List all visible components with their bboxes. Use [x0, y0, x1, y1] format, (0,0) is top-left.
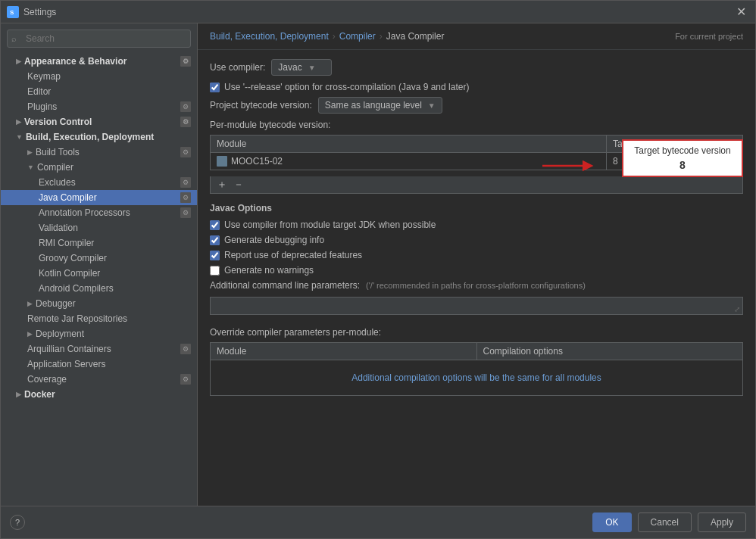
sidebar-item-application-servers[interactable]: Application Servers: [1, 357, 197, 372]
breadcrumb: Build, Execution, Deployment › Compiler …: [198, 23, 755, 50]
sidebar-item-label: RMI Compiler: [39, 238, 94, 248]
coverage-icon: ⚙: [180, 374, 191, 385]
chevron-right-icon: ▶: [16, 118, 21, 126]
project-bytecode-row: Project bytecode version: Same as langua…: [210, 97, 743, 114]
processor-icon: ⚙: [180, 207, 191, 218]
use-compiler-dropdown[interactable]: Javac ▼: [271, 59, 332, 76]
sidebar-item-groovy-compiler[interactable]: Groovy Compiler: [1, 251, 197, 266]
use-compiler-value: Javac: [278, 62, 301, 73]
release-option-label: Use '--release' option for cross-compila…: [224, 82, 469, 92]
sidebar-item-version-control[interactable]: ▶ Version Control ⚙: [1, 114, 197, 129]
option-use-compiler-label: Use compiler from module target JDK when…: [224, 220, 436, 230]
title-bar: S Settings ✕: [1, 1, 755, 23]
sidebar-item-appearance-behavior[interactable]: ▶ Appearance & Behavior ⚙: [1, 54, 197, 69]
remove-module-button[interactable]: －: [230, 178, 247, 192]
sidebar: ⌕ ▶ Appearance & Behavior ⚙ Keymap Edito…: [1, 23, 198, 506]
help-button[interactable]: ?: [10, 515, 25, 530]
sidebar-item-label: Build Tools: [36, 147, 80, 157]
additional-params-label: Additional command line parameters:: [210, 280, 360, 291]
plugin-icon: ⚙: [180, 101, 191, 112]
additional-params-hint: ('/' recommended in paths for cross-plat…: [366, 281, 586, 290]
sidebar-item-deployment[interactable]: ▶ Deployment: [1, 326, 197, 341]
option-use-compiler-checkbox[interactable]: [210, 220, 220, 230]
additional-params-input[interactable]: [210, 297, 743, 315]
option-no-warnings-row: Generate no warnings: [210, 265, 743, 276]
sidebar-item-label: Arquillian Containers: [27, 344, 111, 354]
sidebar-item-label: Application Servers: [27, 359, 105, 369]
sidebar-item-label: Coverage: [27, 374, 67, 385]
sidebar-item-label: Deployment: [36, 329, 84, 339]
breadcrumb-current: Java Compiler: [386, 31, 445, 42]
sidebar-item-rmi-compiler[interactable]: RMI Compiler: [1, 235, 197, 251]
sidebar-item-arquillian[interactable]: Arquillian Containers ⚙: [1, 341, 197, 357]
chevron-right-icon: ▶: [16, 58, 21, 65]
option-deprecated-checkbox[interactable]: [210, 251, 220, 260]
build-icon: ⚙: [180, 147, 191, 157]
sidebar-item-excludes[interactable]: Excludes ⚙: [1, 175, 197, 190]
settings-panel: Use compiler: Javac ▼ Use '--release' op…: [198, 50, 755, 506]
main-content: Build, Execution, Deployment › Compiler …: [198, 23, 755, 506]
override-header: Module Compilation options: [211, 343, 742, 360]
override-empty-text: Additional compilation options will be t…: [211, 360, 742, 395]
search-input[interactable]: [7, 30, 191, 48]
add-module-button[interactable]: ＋: [214, 178, 230, 192]
option-use-compiler-row: Use compiler from module target JDK when…: [210, 220, 743, 230]
sidebar-item-debugger[interactable]: ▶ Debugger: [1, 296, 197, 311]
breadcrumb-part-1[interactable]: Build, Execution, Deployment: [210, 31, 329, 42]
option-debug-checkbox[interactable]: [210, 235, 220, 245]
settings-dialog: S Settings ✕ ⌕ ▶ Appearance & Behavior ⚙…: [0, 0, 756, 539]
sidebar-item-compiler[interactable]: ▼ Compiler: [1, 160, 197, 175]
sidebar-item-android-compilers[interactable]: Android Compilers: [1, 281, 197, 296]
override-options-col: Compilation options: [477, 343, 743, 360]
sidebar-item-build-execution-deployment[interactable]: ▼ Build, Execution, Deployment: [1, 129, 197, 145]
sidebar-item-label: Java Compiler: [39, 192, 97, 203]
sidebar-item-label: Build, Execution, Deployment: [26, 132, 154, 142]
cancel-button[interactable]: Cancel: [638, 513, 692, 532]
sidebar-item-build-tools[interactable]: ▶ Build Tools ⚙: [1, 145, 197, 160]
breadcrumb-sep-2: ›: [380, 31, 383, 42]
sidebar-item-kotlin-compiler[interactable]: Kotlin Compiler: [1, 266, 197, 281]
chevron-right-icon: ▶: [27, 148, 33, 156]
override-module-col: Module: [211, 343, 477, 360]
sidebar-item-label: Debugger: [36, 298, 76, 309]
breadcrumb-part-2[interactable]: Compiler: [339, 31, 376, 42]
sidebar-item-remote-jar[interactable]: Remote Jar Repositories: [1, 311, 197, 326]
settings-icon: ⚙: [180, 56, 191, 67]
sidebar-item-annotation-processors[interactable]: Annotation Processors ⚙: [1, 205, 197, 220]
ok-button[interactable]: OK: [592, 513, 631, 532]
expand-icon[interactable]: ⤢: [734, 305, 740, 313]
sidebar-item-validation[interactable]: Validation: [1, 220, 197, 235]
release-option-checkbox[interactable]: [210, 83, 220, 92]
bytecode-version-select[interactable]: Same as language level ▼: [318, 97, 442, 114]
close-icon[interactable]: ✕: [733, 5, 749, 19]
sidebar-item-plugins[interactable]: Plugins ⚙: [1, 99, 197, 114]
project-bytecode-label: Project bytecode version:: [210, 100, 312, 111]
module-name: MOOC15-02: [231, 156, 283, 167]
sidebar-item-label: Remote Jar Repositories: [27, 313, 127, 324]
sidebar-item-docker[interactable]: ▶ Docker: [1, 387, 197, 402]
sidebar-item-label: Keymap: [27, 71, 61, 82]
tooltip-callout: Target bytecode version 8: [622, 139, 743, 177]
additional-params-row: Additional command line parameters: ('/'…: [210, 280, 743, 291]
search-box[interactable]: ⌕: [7, 30, 191, 48]
sidebar-item-java-compiler[interactable]: Java Compiler ⚙: [1, 190, 197, 205]
option-deprecated-row: Report use of deprecated features: [210, 250, 743, 260]
option-no-warnings-checkbox[interactable]: [210, 266, 220, 276]
dialog-title: Settings: [23, 7, 733, 17]
sidebar-item-label: Compiler: [37, 162, 73, 173]
release-option-row: Use '--release' option for cross-compila…: [210, 82, 743, 92]
vcs-icon: ⚙: [180, 117, 191, 127]
module-icon: [217, 156, 227, 167]
bytecode-version-dropdown[interactable]: Same as language level ▼: [318, 97, 442, 114]
javac-options-title: Javac Options: [210, 203, 743, 213]
sidebar-item-keymap[interactable]: Keymap: [1, 69, 197, 84]
dropdown-arrow-icon: ▼: [308, 64, 316, 72]
override-table: Module Compilation options Additional co…: [210, 342, 743, 396]
sidebar-item-coverage[interactable]: Coverage ⚙: [1, 372, 197, 387]
dropdown-arrow-icon: ▼: [428, 101, 436, 110]
breadcrumb-sep-1: ›: [333, 31, 336, 42]
sidebar-item-editor[interactable]: Editor: [1, 84, 197, 99]
table-actions: ＋ －: [210, 176, 743, 194]
chevron-right-icon: ▶: [27, 330, 33, 338]
apply-button[interactable]: Apply: [698, 513, 746, 532]
